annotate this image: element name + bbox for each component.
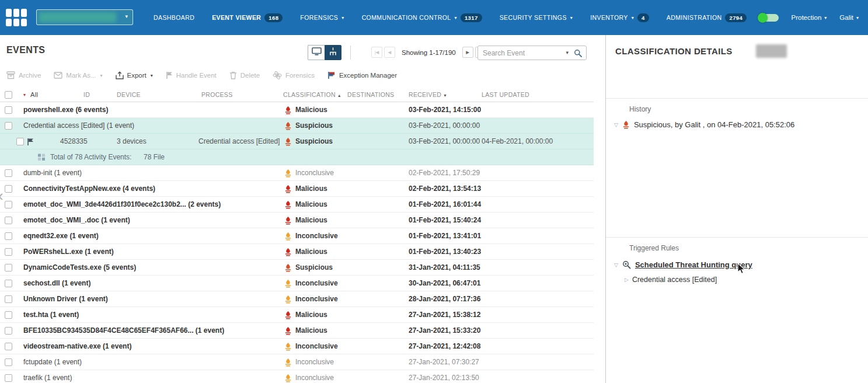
column-device[interactable]: DEVICE bbox=[117, 88, 141, 102]
export-button[interactable]: Export▾ bbox=[116, 71, 153, 79]
process-name: Unknown Driver (1 event) bbox=[23, 291, 108, 307]
event-group-row[interactable]: test.hta (1 event)Malicious27-Jan-2021, … bbox=[0, 307, 594, 323]
process-view-button[interactable] bbox=[325, 45, 341, 60]
row-checkbox[interactable] bbox=[5, 169, 12, 177]
threat-hunting-query-link[interactable]: Scheduled Threat Hunting query bbox=[635, 260, 752, 269]
activity-summary-row[interactable]: Total of 78 Activity Events:78 File bbox=[0, 149, 594, 165]
row-checkbox[interactable] bbox=[5, 122, 12, 130]
row-checkbox[interactable] bbox=[5, 201, 12, 208]
classification-value: Malicious bbox=[295, 323, 327, 339]
nav-item-event-viewer[interactable]: EVENT VIEWER168 bbox=[212, 13, 283, 22]
event-group-row[interactable]: traefik (1 event)Inconclusive27-Jan-2021… bbox=[0, 370, 594, 383]
column-id[interactable]: ID bbox=[83, 88, 90, 102]
row-checkbox[interactable] bbox=[5, 232, 12, 240]
event-group-row[interactable]: DynamicCodeTests.exe (5 events)Suspiciou… bbox=[0, 260, 594, 276]
nav-item-communication-control[interactable]: COMMUNICATION CONTROL▾1317 bbox=[362, 13, 482, 22]
handled-flag-icon[interactable] bbox=[27, 138, 34, 146]
row-checkbox[interactable] bbox=[5, 106, 12, 114]
event-group-row[interactable]: Credential access [Edited] (1 event)Susp… bbox=[0, 118, 594, 134]
event-group-row[interactable]: ConnectivityTestAppNew.exe (4 events)Mal… bbox=[0, 181, 594, 197]
protection-menu[interactable]: Protection ▾ bbox=[792, 14, 827, 21]
row-checkbox[interactable] bbox=[5, 280, 12, 287]
nav-item-inventory[interactable]: INVENTORY▾4 bbox=[590, 13, 649, 22]
delete-button[interactable]: Delete bbox=[229, 71, 260, 79]
event-count: (5 events) bbox=[103, 263, 136, 271]
event-detail-row[interactable]: 45283353 devicesCredential access [Edite… bbox=[0, 134, 594, 149]
protection-label: Protection bbox=[792, 14, 822, 21]
nav-item-administration[interactable]: ADMINISTRATION2794 bbox=[667, 13, 747, 22]
malicious-classification-icon bbox=[284, 201, 292, 209]
column-filter-all[interactable]: All bbox=[30, 88, 38, 102]
received-date: 01-Feb-2021, 15:40:24 bbox=[409, 213, 481, 228]
device-count[interactable]: 3 devices bbox=[117, 134, 147, 149]
received-date: 03-Feb-2021, 00:00:00 bbox=[409, 134, 480, 149]
collapse-panel-chevron-icon[interactable]: ‹ bbox=[0, 188, 4, 203]
event-group-row[interactable]: PoWERsheLL.exe (1 event)Malicious01-Feb-… bbox=[0, 244, 594, 260]
event-id: 4528335 bbox=[60, 134, 88, 149]
archive-button[interactable]: Archive bbox=[6, 71, 41, 79]
event-group-row[interactable]: emotet_doc_WMI_3de4426d1f301f0ece2c130b2… bbox=[0, 197, 594, 213]
received-date: 27-Jan-2021, 12:42:08 bbox=[409, 339, 480, 354]
previous-page-button[interactable]: ◀ bbox=[384, 47, 395, 58]
column-last-updated[interactable]: LAST UPDATED bbox=[482, 88, 529, 102]
row-checkbox[interactable] bbox=[5, 374, 12, 382]
received-date: 01-Feb-2021, 13:40:23 bbox=[409, 244, 481, 260]
row-checkbox[interactable] bbox=[16, 138, 24, 145]
nav-item-security-settings[interactable]: SECURITY SETTINGS▾ bbox=[500, 14, 573, 21]
event-group-row[interactable]: eqnedt32.exe (1 event)Inconclusive01-Feb… bbox=[0, 228, 594, 244]
event-group-row[interactable]: dumb-init (1 event)Inconclusive02-Feb-20… bbox=[0, 165, 594, 181]
event-group-row[interactable]: fctupdate (1 event)Inconclusive27-Jan-20… bbox=[0, 354, 594, 370]
row-checkbox[interactable] bbox=[5, 311, 12, 319]
received-date: 27-Jan-2021, 15:38:12 bbox=[409, 307, 480, 323]
nav-item-label: FORENSICS bbox=[300, 14, 338, 21]
process-name: DynamicCodeTests.exe (5 events) bbox=[23, 260, 136, 276]
column-received[interactable]: RECEIVED▼ bbox=[409, 88, 447, 103]
exception-manager-icon bbox=[327, 71, 336, 79]
event-group-row[interactable]: Unknown Driver (1 event)Inconclusive28-J… bbox=[0, 291, 594, 307]
row-checkbox[interactable] bbox=[5, 185, 12, 193]
next-page-button[interactable]: ▶ bbox=[462, 47, 473, 58]
exception-manager-button[interactable]: Exception Manager bbox=[327, 71, 397, 79]
event-group-row[interactable]: BFE10335BC934535D84F4CE48C65EF4F365AF66.… bbox=[0, 323, 594, 339]
handle-event-button[interactable]: Handle Event bbox=[166, 71, 217, 79]
nav-item-dashboard[interactable]: DASHBOARD bbox=[154, 14, 194, 21]
select-all-checkbox[interactable] bbox=[5, 91, 12, 99]
event-count: (4 events) bbox=[123, 184, 155, 193]
column-process[interactable]: PROCESS bbox=[201, 88, 232, 102]
row-checkbox[interactable] bbox=[5, 327, 12, 335]
column-classification[interactable]: CLASSIFICATION▲ bbox=[283, 88, 341, 103]
row-checkbox[interactable] bbox=[5, 343, 12, 350]
filter-caret-icon[interactable]: ▾ bbox=[23, 88, 26, 102]
row-checkbox[interactable] bbox=[5, 358, 12, 366]
triggered-rule-sub-item[interactable]: ▷ Credential access [Edited] bbox=[625, 276, 717, 284]
activity-summary-value[interactable]: 78 File bbox=[144, 149, 165, 165]
row-checkbox[interactable] bbox=[5, 217, 12, 224]
protection-toggle[interactable] bbox=[759, 14, 779, 22]
search-icon[interactable] bbox=[574, 49, 582, 60]
row-checkbox[interactable] bbox=[5, 295, 12, 303]
search-options-chevron-icon[interactable]: ▾ bbox=[566, 50, 569, 55]
process-name: BFE10335BC934535D84F4CE48C65EF4F365AF66.… bbox=[23, 323, 224, 339]
event-group-row[interactable]: emotet_doc_WMI_.doc (1 event)Malicious01… bbox=[0, 213, 594, 228]
event-group-row[interactable]: sechost.dll (1 event)Inconclusive30-Jan-… bbox=[0, 276, 594, 291]
first-page-button[interactable]: |◀ bbox=[371, 47, 382, 58]
event-group-row[interactable]: videostream-native.exe (1 event)Inconclu… bbox=[0, 339, 594, 354]
device-view-button[interactable] bbox=[308, 45, 325, 60]
event-group-row[interactable]: powershell.exe (6 events)Malicious03-Feb… bbox=[0, 102, 594, 118]
search-input[interactable] bbox=[483, 47, 557, 59]
received-date: 03-Feb-2021, 00:00:00 bbox=[409, 118, 480, 134]
column-destinations[interactable]: DESTINATIONS bbox=[347, 88, 394, 102]
nav-item-forensics[interactable]: FORENSICS▾ bbox=[300, 14, 344, 21]
process-name: videostream-native.exe (1 event) bbox=[23, 339, 131, 354]
user-menu[interactable]: Galit ▾ bbox=[839, 14, 859, 21]
mark-as-button[interactable]: Mark As...▾ bbox=[54, 72, 102, 79]
organization-selector[interactable]: ▾ bbox=[36, 9, 133, 25]
classification-value: Inconclusive bbox=[295, 276, 338, 291]
forensics-button[interactable]: Forensics bbox=[273, 71, 315, 79]
process-name: emotet_doc_WMI_3de4426d1f301f0ece2c130b2… bbox=[23, 197, 221, 213]
classification-value: Malicious bbox=[295, 197, 327, 213]
row-checkbox[interactable] bbox=[5, 264, 12, 271]
classification-value: Malicious bbox=[295, 307, 327, 323]
events-toolbar: ArchiveMark As...▾Export▾Handle EventDel… bbox=[6, 68, 397, 83]
row-checkbox[interactable] bbox=[5, 248, 12, 256]
